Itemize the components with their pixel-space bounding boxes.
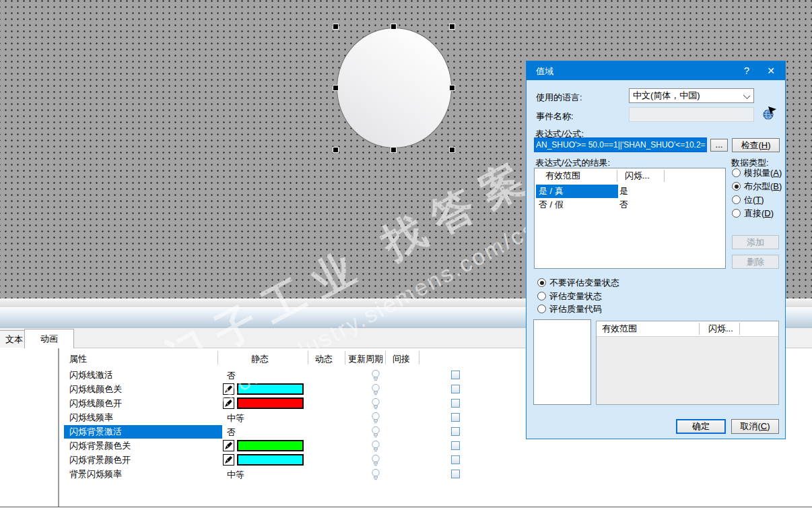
result-col-range: 有效范围 [541, 168, 580, 183]
eval-option[interactable]: 评估变量状态 [537, 290, 602, 302]
result-range-cell[interactable]: 否 / 假 [536, 198, 618, 212]
result-table[interactable]: 有效范围 闪烁... 是 / 真是否 / 假否 [534, 168, 726, 269]
resize-handle[interactable] [449, 147, 455, 153]
color-swatch[interactable] [237, 383, 304, 395]
eval-label: 评估变量状态 [549, 291, 602, 301]
resize-handle[interactable] [333, 147, 339, 153]
browse-button[interactable]: ... [710, 139, 728, 152]
col-update-cycle: 更新周期 [348, 353, 383, 365]
object-list-pane[interactable] [0, 348, 59, 507]
result-row[interactable]: 否 / 假否 [535, 198, 725, 212]
quality-col-range: 有效范围 [597, 321, 637, 336]
radio-icon[interactable] [732, 168, 741, 177]
dynamic-bulb-icon[interactable] [370, 412, 381, 424]
property-name[interactable]: 闪烁线激活 [64, 369, 222, 382]
dialog-title: 值域 [536, 65, 553, 77]
resize-handle[interactable] [391, 147, 397, 153]
language-label: 使用的语言: [536, 92, 582, 104]
datatype-option[interactable]: 位(T) [732, 194, 764, 206]
event-name-label: 事件名称: [536, 110, 574, 123]
indirect-checkbox[interactable] [451, 399, 460, 408]
indirect-checkbox[interactable] [451, 385, 460, 393]
static-value[interactable]: 否 [227, 370, 236, 382]
result-row[interactable]: 是 / 真是 [535, 185, 725, 198]
indirect-checkbox[interactable] [451, 455, 460, 464]
indirect-checkbox[interactable] [451, 470, 460, 478]
language-value: 中文(简体，中国) [633, 90, 700, 100]
language-select[interactable]: 中文(简体，中国) [629, 88, 754, 103]
ok-button[interactable]: 确定 [676, 419, 726, 434]
radio-icon[interactable] [537, 292, 546, 300]
color-swatch[interactable] [237, 454, 304, 466]
property-row[interactable]: 背景闪烁频率中等 [64, 468, 812, 482]
datatype-option[interactable]: 直接(D) [732, 208, 774, 220]
datatype-option[interactable]: 模拟量(A) [732, 167, 782, 179]
resize-handle[interactable] [391, 24, 397, 30]
color-picker-icon[interactable] [223, 397, 234, 409]
color-picker-icon[interactable] [223, 440, 234, 451]
property-name[interactable]: 闪烁线颜色开 [64, 397, 222, 410]
radio-icon[interactable] [732, 182, 741, 191]
indirect-checkbox[interactable] [451, 427, 460, 436]
result-listbox[interactable] [533, 319, 591, 405]
indirect-checkbox[interactable] [451, 371, 460, 379]
property-name[interactable]: 闪烁背景颜色关 [64, 439, 222, 453]
indirect-checkbox[interactable] [451, 441, 460, 450]
value-range-dialog: 值域 ? ✕ 使用的语言: 中文(简体，中国) 事件名称: 表达式/公式: AN… [526, 61, 786, 439]
circle-shape[interactable] [337, 28, 452, 148]
chevron-down-icon [743, 92, 750, 99]
dynamic-bulb-icon[interactable] [370, 454, 381, 467]
property-name[interactable]: 闪烁背景颜色开 [64, 453, 222, 467]
dynamic-bulb-icon[interactable] [370, 440, 381, 453]
property-name[interactable]: 闪烁背景激活 [64, 425, 222, 439]
dynamic-bulb-icon[interactable] [370, 397, 381, 410]
help-button[interactable]: ? [735, 61, 758, 80]
result-flash-cell[interactable]: 否 [619, 198, 628, 212]
property-name[interactable]: 闪烁线颜色关 [64, 383, 222, 396]
dynamic-bulb-icon[interactable] [370, 468, 381, 481]
property-row[interactable]: 闪烁背景颜色关 [64, 439, 812, 453]
quality-table[interactable]: 有效范围 闪烁... [596, 321, 779, 405]
color-swatch[interactable] [237, 440, 304, 451]
panel-divider [0, 507, 812, 507]
radio-icon[interactable] [732, 195, 741, 204]
resize-handle[interactable] [333, 24, 339, 30]
result-flash-cell[interactable]: 是 [619, 185, 628, 198]
dynamic-bulb-icon[interactable] [370, 426, 381, 439]
check-button[interactable]: 检查(H) [732, 138, 780, 152]
wincc-editor-window: 西门子工业 找答案 support.industry.siemens.com/c… [0, 0, 812, 510]
static-value[interactable]: 否 [227, 426, 236, 439]
dynamic-bulb-icon[interactable] [370, 383, 381, 396]
property-name[interactable]: 闪烁线频率 [64, 411, 222, 424]
indirect-checkbox[interactable] [451, 413, 460, 422]
result-range-cell[interactable]: 是 / 真 [536, 185, 618, 198]
color-swatch[interactable] [237, 397, 304, 409]
color-picker-icon[interactable] [223, 383, 234, 395]
globe-icon[interactable] [762, 106, 777, 121]
resize-handle[interactable] [333, 85, 339, 91]
col-indirect: 间接 [393, 353, 410, 365]
close-icon[interactable]: ✕ [759, 61, 782, 80]
delete-button: 删除 [732, 255, 779, 269]
datatype-label: 模拟量(A) [744, 168, 782, 178]
radio-icon[interactable] [537, 305, 546, 313]
datatype-option[interactable]: 布尔型(B) [732, 181, 782, 193]
color-picker-icon[interactable] [223, 454, 234, 466]
radio-icon[interactable] [732, 209, 741, 218]
property-name[interactable]: 背景闪烁频率 [64, 468, 222, 481]
eval-option[interactable]: 评估质量代码 [537, 303, 602, 315]
resize-handle[interactable] [449, 85, 455, 91]
tab-animation[interactable]: 动画 [24, 329, 74, 348]
radio-icon[interactable] [537, 278, 546, 287]
expression-input[interactable]: AN_SHUO'>= 50.0==1||'SHAN_SHUO'<=10.2==1 [534, 137, 707, 152]
resize-handle[interactable] [449, 24, 455, 30]
dynamic-bulb-icon[interactable] [370, 369, 381, 382]
eval-option[interactable]: 不要评估变量状态 [537, 277, 619, 289]
static-value[interactable]: 中等 [227, 412, 244, 424]
cancel-button[interactable]: 取消(C) [731, 419, 779, 434]
event-name-input[interactable] [629, 107, 754, 122]
static-value[interactable]: 中等 [227, 469, 244, 481]
dialog-titlebar[interactable]: 值域 ? ✕ [527, 61, 785, 80]
property-row[interactable]: 闪烁背景颜色开 [64, 453, 812, 468]
datatype-label: 位(T) [744, 195, 764, 205]
